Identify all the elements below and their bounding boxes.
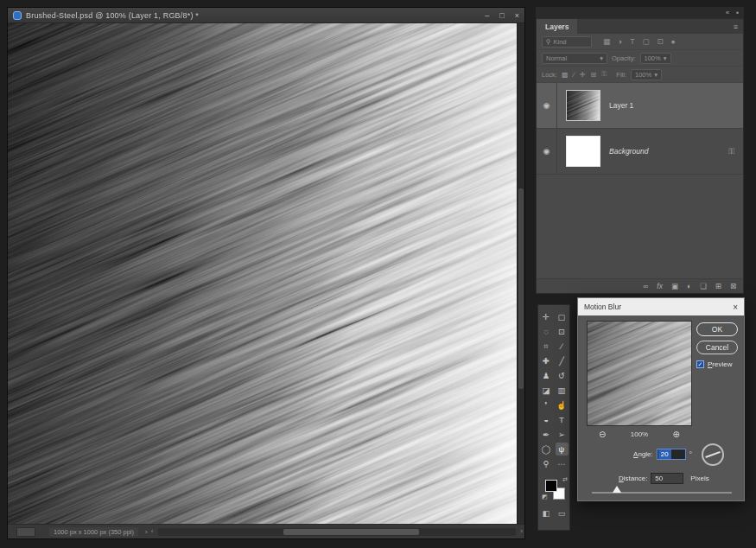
lock-position-icon[interactable]: ✛ [580, 71, 586, 79]
distance-slider[interactable] [592, 492, 732, 494]
clone-stamp-tool-icon[interactable]: ♟ [540, 369, 553, 382]
layer-thumbnail[interactable] [566, 90, 600, 121]
path-selection-tool-icon[interactable]: ➢ [556, 428, 569, 441]
dialog-titlebar[interactable]: Motion Blur × [578, 298, 744, 315]
crop-tool-icon[interactable]: ⌗ [540, 340, 553, 353]
filter-pixel-layers-icon[interactable]: ▦ [603, 37, 610, 46]
layer-thumbnail[interactable] [566, 136, 600, 167]
distance-label: Distance: [619, 475, 647, 482]
status-expander-icon[interactable]: › [145, 528, 148, 536]
horizontal-scrollbar-thumb[interactable] [283, 529, 419, 535]
layer-name[interactable]: Background [609, 147, 648, 156]
fill-dropdown[interactable]: 100% ▾ [631, 69, 662, 80]
visibility-toggle[interactable]: ◉ [537, 129, 557, 174]
kind-filter-dropdown[interactable]: ⚲ Kind [542, 36, 592, 48]
eye-icon: ◉ [543, 147, 550, 156]
screen-mode-icon[interactable]: ▭ [558, 509, 566, 518]
more-tools-icon[interactable]: ⋯ [556, 457, 569, 470]
layers-panel: Layers ≡ ⚲ Kind ▦ ◑ T ▢ ⊡ ● Normal ▾ Opa… [536, 18, 744, 294]
lock-artboard-icon[interactable]: ⊞ [591, 71, 597, 79]
dodge-tool-icon[interactable]: ◒ [540, 413, 553, 426]
foreground-color-swatch[interactable] [545, 480, 557, 492]
marquee-tool-icon[interactable]: ▢ [556, 310, 569, 323]
scroll-right-icon[interactable]: › [520, 527, 523, 535]
new-group-icon[interactable]: ❏ [700, 282, 707, 290]
lock-label: Lock: [542, 71, 557, 79]
filter-smart-object-icon[interactable]: ⊡ [657, 37, 663, 46]
type-tool-icon[interactable]: T [556, 413, 569, 426]
layer-thumbnail-texture [567, 91, 600, 120]
lock-all-icon[interactable]: ⚿ [601, 70, 607, 79]
lock-icon[interactable]: ⚿ [728, 147, 734, 156]
blur-tool-icon[interactable]: ❜ [540, 398, 553, 411]
panel-dock-header: « ▪ [536, 7, 744, 18]
delete-layer-icon[interactable]: ⊠ [730, 282, 736, 290]
filter-shape-layers-icon[interactable]: ▢ [642, 37, 649, 46]
layer-row-background[interactable]: ◉ Background ⚿ [537, 129, 743, 175]
lasso-tool-icon[interactable]: ◌ [540, 325, 553, 338]
horizontal-scrollbar[interactable]: ‹ › [158, 528, 516, 536]
layer-style-icon[interactable]: fx [657, 282, 663, 290]
link-layers-icon[interactable]: ∞ [643, 282, 648, 290]
document-titlebar[interactable]: Brushed-Steel.psd @ 100% (Layer 1, RGB/8… [8, 8, 524, 23]
angle-input[interactable]: 20 [657, 449, 686, 460]
default-colors-icon[interactable]: ◩ [542, 494, 548, 500]
angle-label: Angle: [633, 450, 653, 458]
distance-slider-thumb[interactable] [613, 486, 621, 493]
spot-healing-tool-icon[interactable]: ✚ [540, 354, 553, 367]
filter-adjustment-layers-icon[interactable]: ◑ [618, 37, 622, 46]
visibility-toggle[interactable]: ◉ [537, 83, 557, 128]
lock-transparent-icon[interactable]: ▩ [562, 71, 569, 79]
brush-tool-icon[interactable]: ╱ [556, 354, 569, 367]
zoom-tool-icon[interactable]: ⚲ [540, 457, 553, 470]
preview-checkbox[interactable]: ✓ [696, 360, 704, 368]
angle-dial[interactable] [702, 443, 724, 466]
cancel-button[interactable]: Cancel [696, 341, 738, 354]
smudge-tool-icon[interactable]: ☝ [556, 398, 569, 411]
document-canvas[interactable] [8, 23, 517, 524]
psd-file-icon [13, 11, 22, 20]
ok-button[interactable]: OK [696, 322, 738, 336]
panel-menu-icon[interactable]: ≡ [728, 19, 743, 34]
eyedropper-tool-icon[interactable]: ∕ [556, 340, 569, 353]
tab-layers[interactable]: Layers [537, 19, 577, 34]
zoom-in-icon[interactable]: ⊕ [673, 430, 680, 439]
shape-tool-icon[interactable]: ◯ [540, 443, 553, 456]
gradient-tool-icon[interactable]: ▥ [556, 384, 569, 397]
quick-mask-icon[interactable]: ◧ [543, 509, 550, 518]
hand-tool-icon[interactable]: ψ [556, 443, 569, 456]
new-layer-icon[interactable]: ⊞ [715, 282, 721, 290]
dock-grid-icon[interactable]: ▪ [736, 9, 739, 16]
swap-colors-icon[interactable]: ⇄ [562, 476, 568, 483]
layers-tab-row: Layers ≡ [537, 19, 743, 34]
minimize-icon[interactable]: – [485, 11, 489, 20]
move-tool-icon[interactable]: ✛ [540, 310, 553, 323]
opacity-dropdown[interactable]: 100% ▾ [640, 53, 671, 64]
eye-icon: ◉ [543, 101, 550, 110]
eraser-tool-icon[interactable]: ◪ [540, 384, 553, 397]
photoshop-app: Brushed-Steel.psd @ 100% (Layer 1, RGB/8… [0, 0, 756, 548]
filter-toggle-icon[interactable]: ● [671, 37, 676, 46]
object-selection-tool-icon[interactable]: ⊡ [556, 325, 569, 338]
history-brush-tool-icon[interactable]: ↺ [556, 369, 569, 382]
zoom-out-icon[interactable]: ⊖ [599, 430, 606, 439]
distance-input[interactable]: 50 [651, 473, 683, 484]
layer-row-layer1[interactable]: ◉ Layer 1 [537, 83, 743, 129]
close-icon[interactable]: × [515, 11, 519, 20]
dock-collapse-icon[interactable]: « [726, 9, 729, 16]
filter-type-layers-icon[interactable]: T [630, 37, 634, 46]
maximize-icon[interactable]: □ [499, 11, 504, 20]
angle-row: Angle: 20 ° [578, 449, 692, 460]
scroll-left-icon[interactable]: ‹ [151, 527, 154, 535]
layer-name[interactable]: Layer 1 [609, 101, 633, 110]
pen-tool-icon[interactable]: ✒ [540, 428, 553, 441]
layer-mask-icon[interactable]: ▣ [671, 282, 678, 290]
vertical-scrollbar[interactable] [517, 23, 524, 524]
dialog-close-icon[interactable]: × [733, 303, 738, 312]
filter-preview[interactable] [587, 321, 692, 426]
vertical-scrollbar-thumb[interactable] [518, 188, 524, 389]
lock-pixels-icon[interactable]: ∕ [574, 71, 575, 79]
adjustment-layer-icon[interactable]: ◐ [687, 282, 691, 290]
preview-label: Preview [708, 360, 732, 368]
blend-mode-dropdown[interactable]: Normal ▾ [542, 53, 607, 64]
